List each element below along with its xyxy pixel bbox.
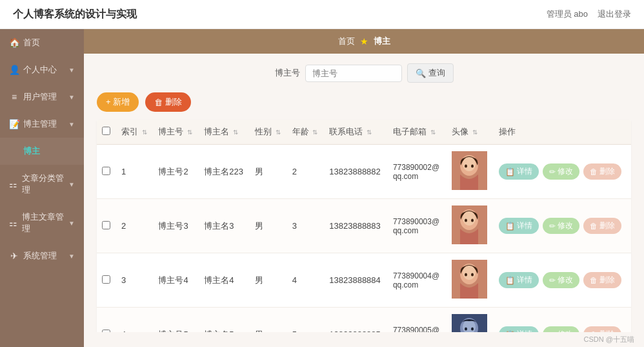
trash-icon: 🗑: [590, 167, 598, 176]
breadcrumb-home[interactable]: 首页: [338, 36, 355, 47]
sidebar-item-user-mgmt[interactable]: ≡ 用户管理 ▼: [0, 83, 84, 110]
layout: 🏠 首页 👤 个人中心 ▼ ≡ 用户管理 ▼ 📝 博主管理 ▼ 博主 ⚏ 文章分…: [0, 29, 644, 347]
sort-icon: ⇅: [187, 129, 192, 136]
svg-point-14: [471, 273, 474, 277]
row-checkbox-cell: [97, 199, 116, 253]
blogger-article-icon: ⚏: [9, 218, 18, 228]
footer: CSDN @十五喵: [84, 332, 644, 347]
row-checkbox-cell: [97, 145, 116, 199]
cell-blogger-id: 博主号2: [153, 145, 199, 199]
col-phone: 联系电话 ⇅: [324, 120, 388, 145]
row-delete-button[interactable]: 🗑 删除: [583, 218, 621, 234]
cell-blogger-id: 博主号3: [153, 199, 199, 253]
breadcrumb-current: 博主: [374, 36, 390, 47]
detail-button[interactable]: 📋 详情: [499, 163, 539, 180]
cell-avatar: [447, 145, 494, 199]
main-content: 首页 ★ 博主 博主号 🔍 查询 + 新增 🗑 删除: [84, 29, 644, 347]
cell-gender: 男: [250, 145, 287, 199]
col-age: 年龄 ⇅: [287, 120, 324, 145]
search-input[interactable]: [305, 65, 402, 82]
sidebar: 🏠 首页 👤 个人中心 ▼ ≡ 用户管理 ▼ 📝 博主管理 ▼ 博主 ⚏ 文章分…: [0, 29, 84, 347]
trash-icon: 🗑: [590, 276, 598, 285]
cell-gender: 男: [250, 253, 287, 308]
col-avatar: 头像 ⇅: [447, 120, 494, 145]
trash-icon: 🗑: [590, 222, 598, 231]
sidebar-item-label: 文章分类管理: [22, 173, 65, 196]
svg-point-7: [463, 211, 476, 226]
detail-label: 详情: [517, 275, 532, 286]
top-bar-right: 管理员 abo 退出登录: [547, 8, 631, 20]
col-blogger-name: 博主名 ⇅: [199, 120, 250, 145]
row-delete-button[interactable]: 🗑 删除: [583, 163, 621, 180]
detail-label: 详情: [517, 220, 532, 231]
bulk-delete-button[interactable]: 🗑 删除: [145, 92, 191, 112]
row-actions: 📋 详情 ✏ 修改 🗑 删除: [499, 272, 626, 288]
row-checkbox-cell: [97, 308, 116, 333]
col-blogger-id: 博主号 ⇅: [153, 120, 199, 145]
add-button[interactable]: + 新增: [97, 92, 139, 112]
sidebar-item-blogger[interactable]: 博主: [0, 138, 84, 165]
sort-icon: ⇅: [142, 129, 147, 136]
row-actions: 📋 详情 ✏ 修改 🗑 删除: [499, 163, 626, 180]
svg-point-12: [463, 266, 476, 280]
cell-index: 4: [116, 308, 153, 333]
home-icon: 🏠: [9, 37, 19, 48]
chevron-down-icon: ▼: [68, 181, 75, 188]
cell-actions: 📋 详情 ✏ 修改 🗑 删除: [494, 308, 631, 333]
search-button-label: 查询: [428, 67, 445, 79]
edit-button[interactable]: ✏ 修改: [543, 163, 579, 180]
sidebar-item-blogger-mgmt[interactable]: 📝 博主管理 ▼: [0, 110, 84, 138]
row-actions: 📋 详情 ✏ 修改 🗑 删除: [499, 326, 626, 332]
cell-email: 773890003@qq.com: [388, 199, 447, 253]
row-checkbox[interactable]: [102, 275, 110, 284]
cell-age: 2: [287, 145, 324, 199]
col-gender: 性别 ⇅: [250, 120, 287, 145]
sort-icon: ⇅: [276, 129, 281, 136]
table-row: 1 博主号2 博主名223 男 2 13823888882 773890002@…: [97, 145, 631, 199]
chevron-down-icon: ▼: [68, 94, 75, 101]
row-delete-button[interactable]: 🗑 删除: [583, 326, 621, 332]
svg-point-9: [471, 219, 474, 222]
select-all-checkbox[interactable]: [102, 127, 110, 135]
row-actions: 📋 详情 ✏ 修改 🗑 删除: [499, 218, 626, 234]
cell-phone: 13823888885: [324, 308, 388, 333]
row-delete-button[interactable]: 🗑 删除: [583, 272, 621, 288]
svg-point-19: [471, 328, 474, 331]
sidebar-item-article-cat[interactable]: ⚏ 文章分类管理 ▼: [0, 165, 84, 204]
cell-email: 773890002@qq.com: [388, 145, 447, 199]
edit-button[interactable]: ✏ 修改: [543, 218, 579, 234]
detail-button[interactable]: 📋 详情: [499, 272, 539, 288]
watermark: CSDN @十五喵: [584, 335, 634, 343]
edit-button[interactable]: ✏ 修改: [543, 326, 579, 332]
sidebar-item-profile[interactable]: 👤 个人中心 ▼: [0, 56, 84, 83]
cell-blogger-name: 博主名5: [199, 308, 250, 333]
cell-actions: 📋 详情 ✏ 修改 🗑 删除: [494, 199, 631, 253]
detail-button[interactable]: 📋 详情: [499, 218, 539, 234]
detail-button[interactable]: 📋 详情: [499, 326, 539, 332]
sort-icon: ⇅: [367, 129, 372, 136]
detail-icon: 📋: [505, 276, 515, 285]
cell-gender: 男: [250, 308, 287, 333]
sidebar-item-label: 系统管理: [23, 250, 57, 262]
article-cat-icon: ⚏: [9, 179, 18, 189]
star-icon: ★: [360, 36, 368, 47]
svg-point-13: [465, 273, 467, 277]
cell-blogger-id: 博主号5: [153, 308, 199, 333]
logout-link[interactable]: 退出登录: [598, 8, 631, 20]
svg-point-2: [463, 157, 476, 171]
cell-age: 4: [287, 253, 324, 308]
cell-age: 3: [287, 199, 324, 253]
sort-icon: ⇅: [430, 129, 436, 136]
blogger-mgmt-icon: 📝: [9, 119, 19, 129]
row-checkbox[interactable]: [102, 221, 110, 229]
edit-button[interactable]: ✏ 修改: [543, 272, 579, 288]
sort-icon: ⇅: [312, 129, 317, 136]
sidebar-item-blogger-article[interactable]: ⚏ 博主文章管理 ▼: [0, 204, 84, 242]
sidebar-item-home[interactable]: 🏠 首页: [0, 29, 84, 56]
cell-blogger-name: 博主名4: [199, 253, 250, 308]
chevron-down-icon: ▼: [68, 253, 75, 260]
chevron-down-icon: ▼: [68, 67, 75, 74]
search-button[interactable]: 🔍 查询: [407, 63, 454, 83]
sidebar-item-sys-mgmt[interactable]: ✈ 系统管理 ▼: [0, 242, 84, 269]
row-checkbox[interactable]: [102, 167, 110, 175]
